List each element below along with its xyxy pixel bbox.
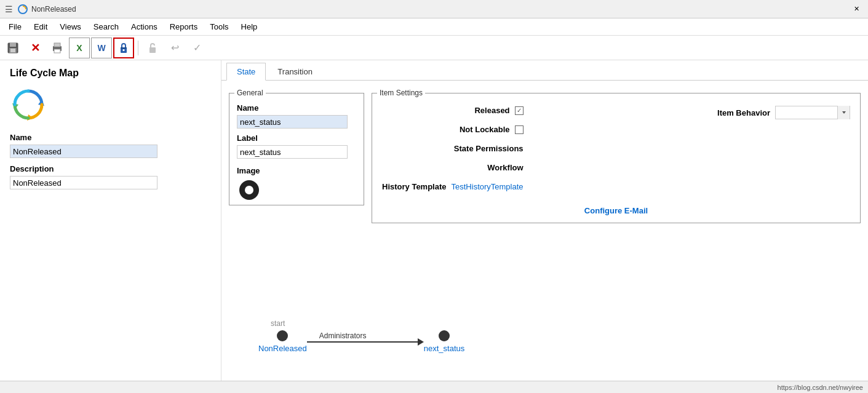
item-settings-box: Item Settings Released Not Lock — [372, 93, 861, 223]
undo-button[interactable]: ↩ — [164, 38, 185, 58]
general-name-input[interactable] — [237, 115, 348, 129]
svg-rect-10 — [121, 47, 127, 49]
lifecycle-svg — [10, 86, 47, 123]
menu-file[interactable]: File — [2, 20, 28, 34]
tab-transition[interactable]: Transition — [267, 63, 323, 80]
node1-label[interactable]: NonReleased — [258, 344, 307, 353]
unlock-button[interactable] — [142, 38, 163, 58]
image-label: Image — [237, 166, 356, 175]
menu-bar: File Edit Views Search Actions Reports T… — [0, 18, 868, 36]
tab-content: General Name Label Image Item Settings — [221, 81, 868, 319]
window-controls: ✕ — [850, 5, 863, 13]
workflow-label: Workflow — [487, 163, 523, 172]
svg-rect-6 — [54, 43, 60, 47]
diagram-arrow: Administrators — [307, 341, 418, 343]
item-behavior-dropdown-btn[interactable] — [837, 106, 850, 119]
diagram-node2[interactable] — [439, 330, 450, 341]
left-panel: Life Cycle Map Name Description — [0, 60, 221, 393]
state-permissions-label: State Permissions — [454, 144, 524, 153]
svg-rect-9 — [123, 49, 125, 51]
print-button[interactable] — [47, 38, 68, 58]
lock-button[interactable] — [113, 38, 134, 58]
print-icon — [51, 42, 63, 54]
excel-button[interactable]: X — [69, 38, 90, 58]
word-button[interactable]: W — [91, 38, 112, 58]
item-behavior-label: Item Behavior — [717, 108, 770, 117]
svg-rect-7 — [54, 49, 60, 53]
arrow-head — [418, 338, 424, 346]
lock-icon — [117, 42, 130, 54]
close-window-btn[interactable]: ✕ — [850, 5, 863, 13]
svg-marker-15 — [842, 111, 846, 114]
node2-label[interactable]: next_status — [424, 344, 465, 353]
general-name-label: Name — [237, 103, 356, 113]
menu-tools[interactable]: Tools — [204, 20, 234, 34]
image-circle-inner — [245, 186, 253, 194]
app-icon — [18, 4, 28, 14]
not-lockable-checkbox[interactable] — [515, 125, 524, 134]
description-label: Description — [10, 164, 211, 173]
chevron-down-icon — [841, 109, 847, 116]
not-lockable-row: Not Lockable — [382, 125, 524, 134]
history-template-link[interactable]: TestHistoryTemplate — [452, 182, 524, 191]
history-template-label: History Template — [382, 182, 447, 191]
svg-rect-4 — [10, 49, 15, 52]
window-title: NonReleased — [31, 5, 850, 14]
item-settings-title: Item Settings — [377, 89, 425, 97]
general-label-input[interactable] — [237, 145, 348, 159]
menu-views[interactable]: Views — [54, 20, 87, 34]
diagram-node1[interactable] — [277, 330, 288, 341]
general-box-title: General — [234, 89, 266, 97]
general-box: General Name Label Image — [229, 93, 364, 205]
menu-search[interactable]: Search — [87, 20, 125, 34]
menu-help[interactable]: Help — [235, 20, 264, 34]
node2-wrapper: next_status — [424, 330, 465, 353]
diagram-start-label: start — [271, 319, 868, 328]
history-template-row: History Template TestHistoryTemplate — [382, 182, 524, 191]
svg-rect-2 — [10, 43, 16, 47]
title-bar: ☰ NonReleased ✕ — [0, 0, 868, 18]
unlock-icon — [146, 42, 159, 54]
item-behavior-value — [776, 106, 837, 119]
svg-rect-11 — [149, 47, 156, 53]
diagram-row: NonReleased Administrators next_status — [258, 330, 868, 353]
save-button[interactable] — [2, 38, 23, 58]
check-button[interactable]: ✓ — [186, 38, 207, 58]
description-input[interactable] — [10, 176, 157, 189]
hamburger-menu[interactable]: ☰ — [5, 4, 13, 14]
menu-edit[interactable]: Edit — [28, 20, 54, 34]
name-label: Name — [10, 133, 211, 142]
tab-state[interactable]: State — [226, 63, 266, 81]
menu-actions[interactable]: Actions — [125, 20, 164, 34]
lifecycle-icon — [10, 86, 47, 123]
status-url: https://blog.csdn.net/nwyiree — [778, 384, 863, 391]
panel-title: Life Cycle Map — [10, 68, 211, 79]
node1-wrapper: NonReleased — [258, 330, 307, 353]
arrow-label: Administrators — [319, 331, 367, 340]
not-lockable-label: Not Lockable — [460, 125, 510, 134]
toolbar: ✕ X W ↩ ✓ — [0, 36, 868, 60]
toolbar-sep-1 — [138, 41, 138, 55]
main-layout: Life Cycle Map Name Description — [0, 60, 868, 393]
configure-email-link[interactable]: Configure E-Mail — [584, 206, 648, 215]
item-behavior-select[interactable] — [775, 106, 850, 119]
name-input[interactable] — [10, 145, 157, 158]
tab-bar: State Transition — [221, 60, 868, 81]
status-bar: https://blog.csdn.net/nwyiree — [0, 381, 868, 393]
released-checkbox[interactable] — [515, 106, 524, 115]
close-record-button[interactable]: ✕ — [25, 38, 46, 58]
image-circle — [239, 180, 259, 200]
released-row: Released — [382, 106, 524, 115]
general-label-label: Label — [237, 133, 356, 143]
menu-reports[interactable]: Reports — [164, 20, 204, 34]
right-panel: State Transition General Name Label Imag… — [221, 60, 868, 393]
workflow-row: Workflow — [382, 163, 524, 172]
released-label: Released — [474, 106, 509, 115]
save-icon — [7, 42, 19, 54]
state-permissions-row: State Permissions — [382, 144, 524, 153]
